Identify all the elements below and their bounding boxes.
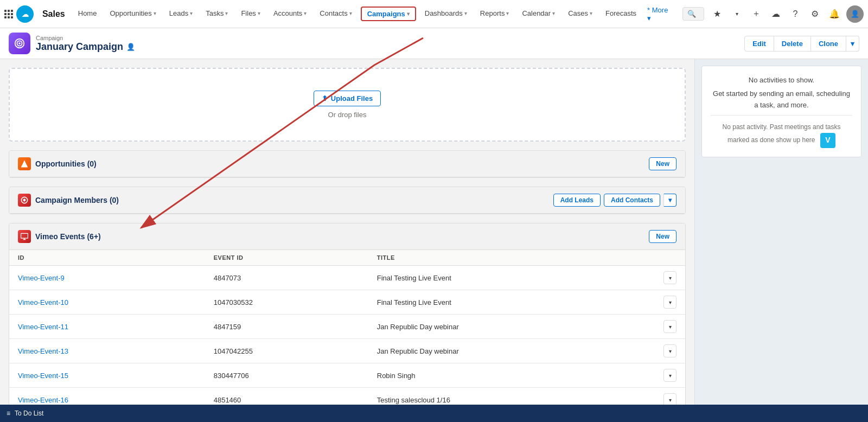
- salesforce-logo[interactable]: ☁: [16, 5, 34, 23]
- cloud-icon[interactable]: ☁: [768, 7, 783, 22]
- chevron-down-icon: ▾: [647, 14, 651, 22]
- activity-section: No activities to show. Get started by se…: [701, 66, 861, 157]
- add-icon[interactable]: ＋: [749, 7, 764, 22]
- nav-item-reports[interactable]: Reports ▾: [474, 0, 516, 28]
- event-title-cell: Final Testing Live Event: [368, 290, 655, 315]
- event-id-cell: Vimeo-Event-9: [9, 266, 205, 290]
- event-id-cell: Vimeo-Event-15: [9, 363, 205, 388]
- avatar[interactable]: 👤: [846, 5, 864, 23]
- nav-item-calendar[interactable]: Calendar ▾: [515, 0, 561, 28]
- nav-item-contacts[interactable]: Contacts ▾: [313, 0, 358, 28]
- opportunities-title: Opportunities (0): [35, 159, 97, 168]
- nav-item-more[interactable]: * More ▾: [643, 6, 677, 22]
- campaign-members-dropdown-button[interactable]: ▾: [663, 194, 676, 207]
- event-id-cell: Vimeo-Event-10: [9, 290, 205, 315]
- svg-marker-5: [21, 161, 28, 168]
- search-bar: 🔍: [682, 7, 704, 21]
- event-event-id-cell: 4847159: [205, 315, 368, 339]
- event-id-link[interactable]: Vimeo-Event-13: [18, 347, 68, 355]
- campaign-members-icon: [18, 194, 31, 207]
- svg-point-4: [18, 42, 21, 44]
- help-icon[interactable]: ?: [788, 7, 803, 22]
- row-action-button[interactable]: ▾: [663, 344, 676, 357]
- todo-label: To Do List: [15, 410, 43, 417]
- row-action-button[interactable]: ▾: [663, 369, 676, 382]
- event-id-link[interactable]: Vimeo-Event-16: [18, 396, 68, 404]
- record-settings-icon[interactable]: 👤: [126, 43, 135, 51]
- upload-icon: ⬆: [322, 94, 328, 103]
- app-name: Sales: [38, 9, 65, 19]
- notifications-icon[interactable]: 🔔: [827, 7, 842, 22]
- row-action-button[interactable]: ▾: [663, 296, 676, 309]
- chevron-down-icon: ▾: [258, 10, 260, 16]
- svg-text:☁: ☁: [21, 10, 28, 18]
- main-nav: Home Opportunities ▾ Leads ▾ Tasks ▾ Fil…: [72, 0, 677, 28]
- row-action-cell: ▾: [655, 315, 685, 339]
- drop-text: Or drop files: [31, 111, 663, 119]
- event-title-cell: Final Testing Live Event: [368, 266, 655, 290]
- record-icon: [9, 33, 30, 54]
- chevron-down-icon: ▾: [407, 11, 410, 17]
- vimeo-events-section: Vimeo Events (6+) New ID Event ID Title: [9, 223, 686, 418]
- nav-item-accounts[interactable]: Accounts ▾: [267, 0, 313, 28]
- row-action-cell: ▾: [655, 339, 685, 363]
- chevron-down-icon: ▾: [506, 10, 509, 16]
- search-icon: 🔍: [687, 10, 696, 18]
- col-header-title: Title: [368, 250, 655, 266]
- vimeo-events-new-button[interactable]: New: [649, 230, 676, 243]
- chevron-down-icon: ▾: [464, 10, 467, 16]
- nav-item-files[interactable]: Files ▾: [234, 0, 266, 28]
- nav-item-dashboards[interactable]: Dashboards ▾: [418, 0, 474, 28]
- nav-item-opportunities[interactable]: Opportunities ▾: [103, 0, 162, 28]
- vimeo-events-icon: [18, 230, 31, 243]
- chevron-down-icon: ▾: [304, 10, 307, 16]
- event-title-cell: Jan Republic Day webinar: [368, 315, 655, 339]
- app-grid-icon[interactable]: [4, 10, 13, 18]
- nav-item-leads[interactable]: Leads ▾: [163, 0, 199, 28]
- settings-icon[interactable]: ⚙: [807, 7, 822, 22]
- row-action-button[interactable]: ▾: [663, 320, 676, 333]
- add-contacts-button[interactable]: Add Contacts: [604, 194, 660, 207]
- favorites-dropdown-icon[interactable]: ▾: [729, 7, 744, 22]
- nav-item-cases[interactable]: Cases ▾: [561, 0, 599, 28]
- event-id-cell: Vimeo-Event-13: [9, 339, 205, 363]
- opportunities-new-button[interactable]: New: [649, 157, 676, 170]
- upload-files-button[interactable]: ⬆ Upload Files: [314, 91, 381, 106]
- main-content: ⬆ Upload Files Or drop files Opportuniti…: [0, 59, 694, 418]
- col-header-event-id: Event ID: [205, 250, 368, 266]
- event-id-link[interactable]: Vimeo-Event-9: [18, 274, 65, 282]
- opportunities-icon: [18, 157, 31, 170]
- nav-item-forecasts[interactable]: Forecasts: [599, 0, 643, 28]
- row-action-button[interactable]: ▾: [663, 271, 676, 284]
- upload-area: ⬆ Upload Files Or drop files: [9, 68, 686, 142]
- chevron-down-icon: ▾: [190, 10, 193, 16]
- chevron-down-icon: ▾: [590, 10, 592, 16]
- add-leads-button[interactable]: Add Leads: [553, 194, 601, 207]
- bottom-bar[interactable]: ≡ To Do List: [0, 405, 868, 418]
- event-id-link[interactable]: Vimeo-Event-11: [18, 323, 68, 331]
- actions-dropdown-button[interactable]: ▾: [846, 36, 859, 52]
- delete-button[interactable]: Delete: [774, 36, 811, 52]
- favorites-icon[interactable]: ★: [710, 7, 725, 22]
- event-title-cell: Robin Singh: [368, 363, 655, 388]
- table-row: Vimeo-Event-11 4847159 Jan Republic Day …: [9, 315, 685, 339]
- nav-item-tasks[interactable]: Tasks ▾: [199, 0, 234, 28]
- breadcrumb: Campaign: [36, 35, 135, 41]
- edit-button[interactable]: Edit: [744, 36, 774, 52]
- chevron-down-icon: ▾: [225, 10, 228, 16]
- table-row: Vimeo-Event-15 830447706 Robin Singh ▾: [9, 363, 685, 388]
- vimeo-events-header: Vimeo Events (6+) New: [9, 223, 685, 250]
- event-id-link[interactable]: Vimeo-Event-10: [18, 298, 68, 306]
- row-action-cell: ▾: [655, 363, 685, 388]
- event-event-id-cell: 830447706: [205, 363, 368, 388]
- table-row: Vimeo-Event-13 1047042255 Jan Republic D…: [9, 339, 685, 363]
- event-event-id-cell: 1047042255: [205, 339, 368, 363]
- todo-icon: ≡: [7, 410, 10, 417]
- clone-button[interactable]: Clone: [811, 36, 846, 52]
- event-id-link[interactable]: Vimeo-Event-15: [18, 372, 68, 380]
- nav-item-campaigns[interactable]: Campaigns ▾: [361, 7, 416, 21]
- svg-rect-8: [21, 233, 28, 238]
- vimeo-events-table: ID Event ID Title Vimeo-Event-9 4847073 …: [9, 250, 685, 412]
- nav-item-home[interactable]: Home: [72, 0, 104, 28]
- right-panel: No activities to show. Get started by se…: [694, 59, 868, 418]
